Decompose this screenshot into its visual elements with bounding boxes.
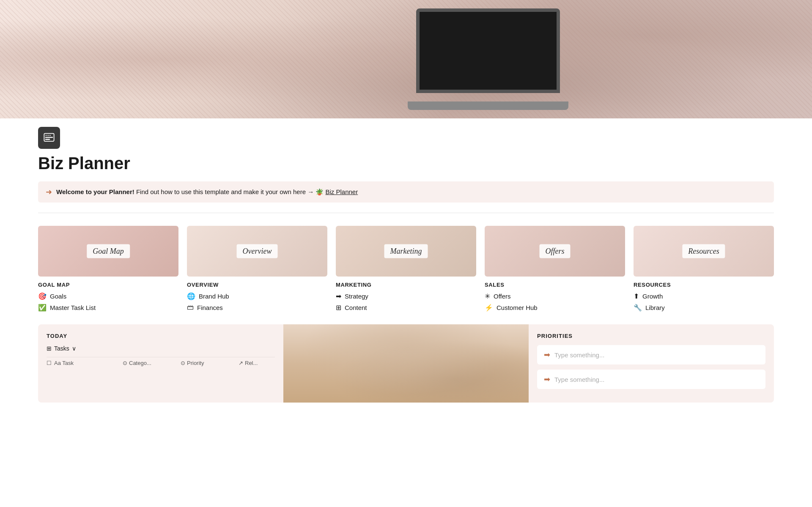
- card-link-goals[interactable]: 🎯Goals: [38, 292, 178, 300]
- card-label-goalmap: Goal Map: [87, 244, 130, 258]
- page-type-icon: [38, 127, 60, 149]
- card-title-resources: RESOURCES: [634, 282, 774, 288]
- svg-point-2: [48, 135, 49, 136]
- welcome-link[interactable]: Biz Planner: [326, 188, 358, 195]
- link-text: Finances: [197, 304, 223, 311]
- link-icon: ⚡: [485, 304, 493, 312]
- card-link-customer-hub[interactable]: ⚡Customer Hub: [485, 304, 625, 312]
- priority-item-2[interactable]: ➡Type something...: [537, 370, 765, 389]
- tasks-table-header-row: ☐ Aa Task ⊙ Catego... ⊙ Priority ↗ Rel..…: [47, 357, 275, 369]
- link-text: Content: [345, 304, 367, 311]
- card-link-library[interactable]: 🔧Library: [634, 304, 774, 312]
- card-image-overview: Overview: [187, 226, 327, 277]
- link-text: Growth: [642, 293, 663, 300]
- card-overview[interactable]: OverviewOVERVIEW🌐Brand Hub🗃Finances: [187, 226, 327, 312]
- col-header-category: ⊙ Catego...: [123, 360, 177, 366]
- section-divider: [38, 213, 774, 213]
- card-link-finances[interactable]: 🗃Finances: [187, 304, 327, 311]
- tasks-grid-icon: ⊞: [47, 345, 52, 352]
- card-marketing[interactable]: MarketingMARKETING➡Strategy⊞Content: [336, 226, 476, 312]
- link-icon: ⬆: [634, 292, 639, 300]
- card-resources[interactable]: ResourcesRESOURCES⬆Growth🔧Library: [634, 226, 774, 312]
- welcome-text: Welcome to your Planner! Find out how to…: [56, 188, 358, 196]
- priority-icon-header: ⊙: [181, 360, 185, 366]
- tasks-header[interactable]: ⊞ Tasks ∨: [47, 345, 275, 352]
- card-title-goalmap: GOAL MAP: [38, 282, 178, 288]
- link-icon: 🎯: [38, 292, 47, 300]
- card-link-strategy[interactable]: ➡Strategy: [336, 292, 476, 300]
- col-header-task: ☐ Aa Task: [47, 360, 119, 366]
- priorities-title: PRIORITIES: [537, 333, 765, 339]
- card-label-overview: Overview: [237, 244, 278, 258]
- link-text: Customer Hub: [497, 304, 538, 311]
- svg-point-3: [49, 135, 50, 136]
- welcome-arrow-icon: ➜: [46, 187, 52, 197]
- priority-arrow-icon: ➡: [544, 375, 550, 384]
- card-label-resources: Resources: [682, 244, 725, 258]
- link-icon: 🔧: [634, 304, 642, 312]
- card-link-brand-hub[interactable]: 🌐Brand Hub: [187, 292, 327, 300]
- card-label-marketing: Marketing: [384, 244, 428, 258]
- hero-banner: [0, 0, 812, 118]
- card-image-goalmap: Goal Map: [38, 226, 178, 277]
- link-text: Strategy: [345, 293, 368, 300]
- checkbox-icon: ☐: [47, 360, 52, 366]
- center-image-inner: [283, 324, 529, 403]
- link-text: Goals: [50, 293, 66, 300]
- card-sales[interactable]: OffersSALES✳Offers⚡Customer Hub: [485, 226, 625, 312]
- priority-placeholder: Type something...: [554, 351, 604, 359]
- link-icon: ✅: [38, 304, 47, 312]
- card-link-offers[interactable]: ✳Offers: [485, 292, 625, 300]
- related-icon: ↗: [239, 360, 243, 366]
- tasks-label: Tasks: [54, 345, 69, 352]
- card-image-sales: Offers: [485, 226, 625, 277]
- today-title: TODAY: [47, 333, 275, 339]
- page-title: Biz Planner: [0, 154, 812, 173]
- priority-placeholder: Type something...: [554, 376, 604, 383]
- page-icon-area: [0, 118, 812, 149]
- welcome-middle: Find out how to use this template and ma…: [134, 188, 314, 195]
- card-title-overview: OVERVIEW: [187, 282, 327, 288]
- center-image-panel: [283, 324, 529, 403]
- link-icon: ✳: [485, 292, 490, 300]
- card-image-resources: Resources: [634, 226, 774, 277]
- welcome-emoji: 🪴: [315, 188, 324, 195]
- bottom-section: TODAY ⊞ Tasks ∨ ☐ Aa Task ⊙ Catego... ⊙ …: [0, 324, 812, 403]
- link-text: Offers: [494, 293, 511, 300]
- today-panel: TODAY ⊞ Tasks ∨ ☐ Aa Task ⊙ Catego... ⊙ …: [38, 324, 283, 403]
- svg-rect-5: [45, 139, 50, 140]
- svg-point-1: [46, 135, 47, 136]
- svg-rect-4: [45, 137, 53, 138]
- link-icon: ⊞: [336, 304, 341, 312]
- laptop-decoration: [408, 8, 568, 110]
- priority-items-container: ➡Type something...➡Type something...: [537, 345, 765, 389]
- card-link-growth[interactable]: ⬆Growth: [634, 292, 774, 300]
- card-title-marketing: MARKETING: [336, 282, 476, 288]
- link-icon: ➡: [336, 292, 341, 300]
- link-text: Brand Hub: [199, 293, 229, 300]
- cards-grid: Goal MapGOAL MAP🎯Goals✅Master Task ListO…: [0, 226, 812, 312]
- card-goalmap[interactable]: Goal MapGOAL MAP🎯Goals✅Master Task List: [38, 226, 178, 312]
- link-text: Master Task List: [50, 304, 96, 311]
- priority-item-1[interactable]: ➡Type something...: [537, 345, 765, 364]
- category-icon: ⊙: [123, 360, 127, 366]
- welcome-banner: ➜ Welcome to your Planner! Find out how …: [38, 181, 774, 203]
- welcome-prefix: Welcome to your Planner!: [56, 188, 134, 195]
- col-header-priority: ⊙ Priority: [181, 360, 235, 366]
- card-title-sales: SALES: [485, 282, 625, 288]
- card-link-master-task-list[interactable]: ✅Master Task List: [38, 304, 178, 312]
- link-icon: 🌐: [187, 292, 195, 300]
- priorities-panel: PRIORITIES ➡Type something...➡Type somet…: [529, 324, 774, 403]
- link-icon: 🗃: [187, 304, 194, 311]
- card-image-marketing: Marketing: [336, 226, 476, 277]
- tasks-chevron: ∨: [72, 345, 76, 352]
- card-link-content[interactable]: ⊞Content: [336, 304, 476, 312]
- link-text: Library: [645, 304, 665, 311]
- priority-arrow-icon: ➡: [544, 350, 550, 359]
- card-label-sales: Offers: [540, 244, 571, 258]
- col-header-related: ↗ Rel...: [239, 360, 275, 366]
